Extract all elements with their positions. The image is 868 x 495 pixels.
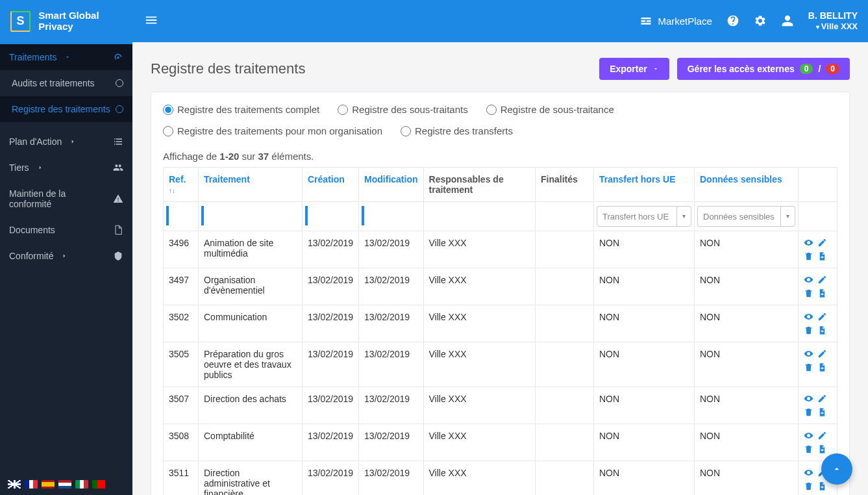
export-row-icon[interactable]: [817, 288, 827, 298]
col-transfert[interactable]: Transfert hors UE: [594, 168, 695, 202]
user-menu[interactable]: B. BELLITY Ville XXX: [808, 10, 858, 32]
help-icon[interactable]: [726, 14, 739, 27]
manage-access-button[interactable]: Gérer les accès externes 0 / 0: [677, 58, 850, 80]
filter-modification[interactable]: [362, 206, 420, 225]
treatments-table: Ref. ↑↓ Traitement Création Modification…: [163, 167, 837, 495]
edit-icon[interactable]: [817, 275, 827, 285]
cell-modification: 13/02/2019: [359, 231, 423, 268]
filter-donnees[interactable]: Données sensibles▾: [697, 206, 795, 227]
filter-ref[interactable]: [166, 206, 195, 225]
cell-donnees: NON: [695, 424, 799, 461]
cell-actions: [799, 305, 837, 342]
content-card: Registre des traitements complet Registr…: [151, 92, 850, 495]
col-responsables: Responsables de traitement: [423, 168, 535, 202]
cell-responsables: Ville XXX: [423, 231, 535, 268]
brand-name: Smart Global Privacy: [38, 10, 134, 32]
sidebar-item-conformite[interactable]: Conformité: [0, 243, 132, 269]
col-modification[interactable]: Modification: [359, 168, 423, 202]
radio-transferts[interactable]: Registre des transferts: [401, 125, 513, 136]
cell-actions: [799, 268, 837, 305]
radio-complet[interactable]: Registre des traitements complet: [163, 104, 319, 115]
radio-organisation[interactable]: Registre des traitements pour mon organi…: [163, 125, 382, 136]
cell-donnees: NON: [695, 231, 799, 268]
warning-icon: [113, 194, 123, 204]
export-row-icon[interactable]: [817, 444, 827, 454]
export-row-icon[interactable]: [817, 325, 827, 335]
flag-fr[interactable]: [25, 480, 38, 489]
view-icon[interactable]: [804, 312, 813, 322]
cell-donnees: NON: [695, 387, 799, 424]
flag-pt[interactable]: [92, 480, 105, 489]
marketplace-label: MarketPlace: [658, 16, 712, 27]
view-icon[interactable]: [804, 275, 813, 285]
scroll-top-button[interactable]: [821, 453, 852, 485]
sidebar-item-documents[interactable]: Documents: [0, 217, 132, 243]
delete-icon[interactable]: [804, 362, 813, 372]
flag-es[interactable]: [42, 480, 55, 489]
delete-icon[interactable]: [804, 407, 813, 417]
filter-traitement[interactable]: [201, 206, 299, 225]
cell-ref: 3502: [164, 305, 199, 342]
flag-uk[interactable]: [8, 480, 21, 489]
sidebar-item-registre[interactable]: Registre des traitements: [0, 96, 132, 122]
brand[interactable]: S Smart Global Privacy: [10, 10, 134, 32]
table-row: 3496 Animation de site multimédia 13/02/…: [164, 231, 837, 268]
radio-sous-traitance[interactable]: Registre de sous-traitance: [486, 104, 614, 115]
filter-transfert[interactable]: Transfert hors UE▾: [597, 206, 691, 227]
view-icon[interactable]: [804, 238, 813, 247]
export-button[interactable]: Exporter: [599, 58, 669, 80]
cell-transfert: NON: [594, 424, 695, 461]
table-row: 3502 Communication 13/02/2019 13/02/2019…: [164, 305, 837, 342]
gear-icon[interactable]: [754, 14, 767, 27]
view-icon[interactable]: [804, 349, 813, 359]
view-icon[interactable]: [804, 468, 813, 477]
menu-toggle-button[interactable]: [139, 8, 164, 34]
sidebar-item-maintien[interactable]: Maintien de la conformité: [0, 181, 132, 217]
edit-icon[interactable]: [817, 349, 827, 359]
chevron-down-icon: [64, 54, 71, 60]
edit-icon[interactable]: [817, 312, 827, 322]
table-row: 3508 Comptabilité 13/02/2019 13/02/2019 …: [164, 424, 837, 461]
users-icon: [113, 162, 123, 173]
col-ref[interactable]: Ref. ↑↓: [164, 168, 199, 202]
page-title: Registre des traitements: [151, 60, 305, 77]
edit-icon[interactable]: [817, 394, 827, 403]
delete-icon[interactable]: [804, 251, 813, 261]
cell-donnees: NON: [695, 342, 799, 387]
delete-icon[interactable]: [804, 444, 813, 454]
filter-creation[interactable]: [305, 206, 356, 225]
flag-nl[interactable]: [58, 480, 71, 489]
sidebar-item-traitements[interactable]: Traitements: [0, 44, 132, 70]
user-icon[interactable]: [781, 14, 794, 27]
marketplace-link[interactable]: MarketPlace: [639, 14, 712, 27]
export-row-icon[interactable]: [817, 362, 827, 372]
col-traitement[interactable]: Traitement: [199, 168, 303, 202]
delete-icon[interactable]: [804, 288, 813, 298]
cell-responsables: Ville XXX: [423, 305, 535, 342]
view-icon[interactable]: [804, 431, 813, 440]
col-creation[interactable]: Création: [303, 168, 359, 202]
caret-down-icon: [652, 66, 659, 72]
table-row: 3511 Direction administrative et financi…: [164, 461, 837, 496]
cell-actions: [799, 231, 837, 268]
export-row-icon[interactable]: [817, 251, 827, 261]
delete-icon[interactable]: [804, 325, 813, 335]
col-donnees[interactable]: Données sensibles: [695, 168, 799, 202]
edit-icon[interactable]: [817, 238, 827, 247]
delete-icon[interactable]: [804, 481, 813, 491]
flag-it[interactable]: [75, 480, 88, 489]
cell-modification: 13/02/2019: [359, 342, 423, 387]
edit-icon[interactable]: [817, 431, 827, 440]
radio-sous-traitants[interactable]: Registre des sous-traitants: [338, 104, 467, 115]
sidebar-item-tiers[interactable]: Tiers: [0, 155, 132, 181]
gauge-icon: [113, 52, 123, 62]
cell-traitement: Préparation du gros oeuvre et des travau…: [199, 342, 303, 387]
cell-traitement: Direction des achats: [199, 387, 303, 424]
cell-ref: 3496: [164, 231, 199, 268]
sidebar-item-plan-action[interactable]: Plan d'Action: [0, 129, 132, 155]
export-row-icon[interactable]: [817, 407, 827, 417]
export-row-icon[interactable]: [817, 481, 827, 491]
view-icon[interactable]: [804, 394, 813, 403]
sidebar-item-audits[interactable]: Audits et traitements: [0, 70, 132, 96]
circle-icon: [116, 79, 123, 87]
